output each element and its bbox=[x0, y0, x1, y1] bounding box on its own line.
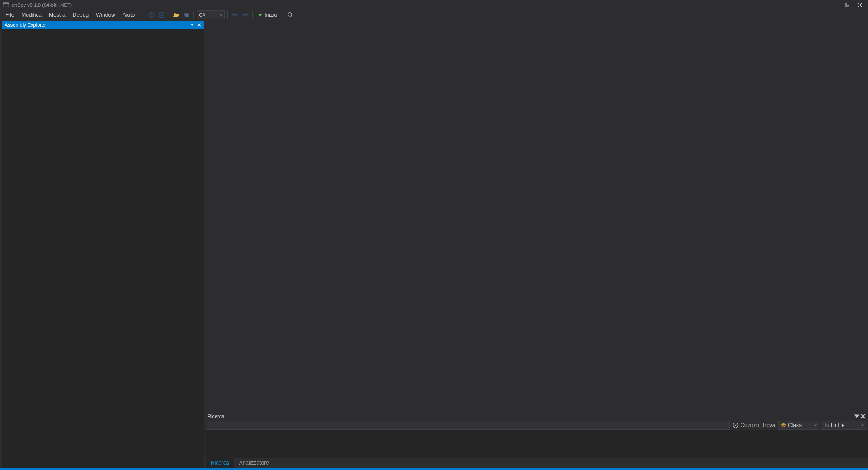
search-panel-dropdown-button[interactable] bbox=[854, 413, 860, 419]
search-type-select[interactable]: Class bbox=[778, 421, 819, 430]
tab-ricerca-label: Ricerca bbox=[211, 460, 229, 466]
search-input[interactable] bbox=[207, 421, 730, 430]
close-button[interactable] bbox=[854, 0, 866, 10]
right-area: Ricerca Opzioni Trova: Class bbox=[205, 20, 868, 468]
svg-rect-11 bbox=[186, 14, 188, 15]
open-file-button[interactable] bbox=[172, 10, 181, 19]
assembly-explorer-title: Assembly Explorer bbox=[2, 21, 204, 29]
search-panel: Ricerca Opzioni Trova: Class bbox=[205, 412, 868, 468]
save-all-button[interactable] bbox=[182, 10, 191, 19]
menu-modifica[interactable]: Modifica bbox=[18, 10, 45, 19]
svg-point-12 bbox=[288, 13, 292, 16]
tab-analizzatore[interactable]: Analizzatore bbox=[234, 458, 274, 468]
search-results[interactable] bbox=[205, 430, 868, 458]
tab-ricerca[interactable]: Ricerca bbox=[206, 458, 234, 468]
search-toolbar: Opzioni Trova: Class Tutti i file bbox=[205, 420, 868, 430]
start-debug-button[interactable]: Inizio bbox=[255, 10, 280, 19]
svg-rect-1 bbox=[3, 3, 9, 4]
menubar: File Modifica Mostra Debug Window Aiuto … bbox=[0, 10, 868, 20]
svg-point-7 bbox=[149, 13, 154, 18]
nav-forward-button[interactable] bbox=[157, 10, 166, 19]
bottom-tabs: Ricerca Analizzatore bbox=[205, 458, 868, 468]
svg-line-13 bbox=[291, 16, 292, 17]
app-icon bbox=[3, 2, 9, 8]
svg-point-8 bbox=[159, 13, 164, 18]
main-area: Assembly Explorer Ricerca bbox=[0, 20, 868, 468]
search-toolbar-button[interactable] bbox=[286, 10, 295, 19]
search-scope-select[interactable]: Tutti i file bbox=[821, 421, 866, 430]
menu-file[interactable]: File bbox=[2, 10, 18, 19]
svg-rect-4 bbox=[846, 3, 849, 5]
titlebar: dnSpy v6.1.8 (64-bit, .NET) bbox=[0, 0, 868, 10]
svg-point-18 bbox=[733, 423, 738, 428]
start-label: Inizio bbox=[264, 12, 277, 18]
redo-button[interactable] bbox=[241, 10, 250, 19]
search-type-text: Class bbox=[788, 422, 802, 428]
search-panel-title-text: Ricerca bbox=[208, 414, 224, 419]
nav-back-button[interactable] bbox=[147, 10, 156, 19]
menu-mostra[interactable]: Mostra bbox=[45, 10, 69, 19]
menu-window[interactable]: Window bbox=[92, 10, 119, 19]
panel-close-button[interactable] bbox=[196, 22, 203, 28]
menu-aiuto[interactable]: Aiuto bbox=[119, 10, 138, 19]
search-scope-text: Tutti i file bbox=[823, 422, 845, 428]
minimize-button[interactable] bbox=[828, 0, 841, 10]
assembly-explorer-panel: Assembly Explorer bbox=[2, 21, 205, 468]
search-options-button[interactable]: Opzioni bbox=[731, 421, 760, 430]
editor-area[interactable] bbox=[205, 20, 868, 412]
undo-button[interactable] bbox=[231, 10, 240, 19]
assembly-explorer-title-text: Assembly Explorer bbox=[5, 22, 46, 28]
statusbar bbox=[0, 468, 868, 470]
assembly-explorer-body[interactable] bbox=[2, 29, 204, 468]
search-options-label: Opzioni bbox=[741, 422, 759, 428]
language-select-text: C# bbox=[199, 12, 205, 18]
panel-dropdown-button[interactable] bbox=[189, 22, 195, 28]
search-panel-close-button[interactable] bbox=[860, 413, 866, 419]
toolbar: C# Inizio bbox=[142, 10, 295, 20]
menu-debug[interactable]: Debug bbox=[69, 10, 92, 19]
find-label: Trova: bbox=[761, 422, 777, 428]
tab-analizzatore-label: Analizzatore bbox=[239, 460, 269, 466]
maximize-button[interactable] bbox=[841, 0, 854, 10]
language-select[interactable]: C# bbox=[197, 10, 225, 19]
window-title: dnSpy v6.1.8 (64-bit, .NET) bbox=[12, 2, 72, 8]
search-panel-title: Ricerca bbox=[205, 412, 868, 420]
